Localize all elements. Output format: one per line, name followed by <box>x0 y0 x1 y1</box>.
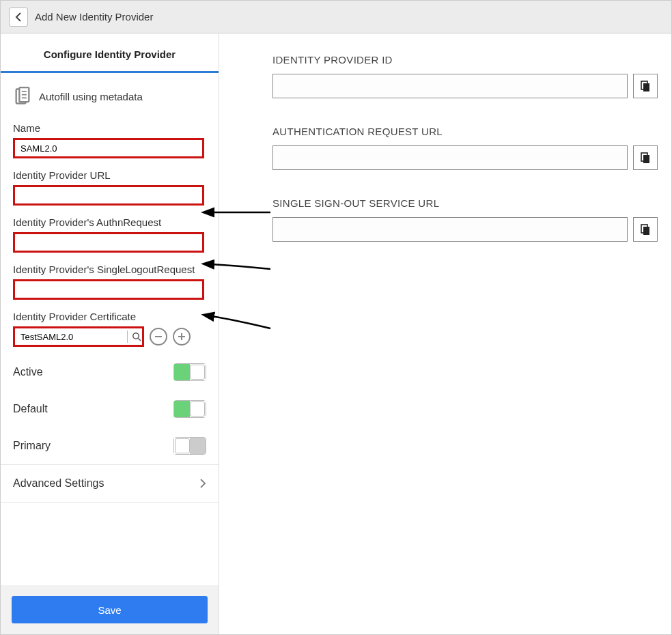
auth-url-input[interactable] <box>272 145 628 170</box>
primary-label: Primary <box>13 440 51 452</box>
cert-input[interactable] <box>13 326 144 347</box>
auth-url-label: AUTHENTICATION REQUEST URL <box>272 126 658 137</box>
cert-label: Identity Provider Certificate <box>13 311 206 322</box>
svg-line-6 <box>139 339 141 341</box>
save-button[interactable]: Save <box>12 596 208 623</box>
copy-idp-id-button[interactable] <box>633 74 658 98</box>
advanced-settings-row[interactable]: Advanced Settings <box>1 464 219 503</box>
default-label: Default <box>13 403 48 415</box>
advanced-settings-label: Advanced Settings <box>13 477 104 490</box>
primary-toggle[interactable] <box>173 437 206 455</box>
authn-label: Identity Provider's AuthnRequest <box>13 216 206 228</box>
idp-id-group: IDENTITY PROVIDER ID <box>272 54 658 98</box>
header: Add New Identity Provider <box>1 1 671 33</box>
svg-rect-15 <box>643 227 649 235</box>
page-root: Add New Identity Provider Configure Iden… <box>0 0 672 635</box>
chevron-left-icon <box>15 12 22 22</box>
autofill-row[interactable]: Autofill using metadata <box>1 73 219 118</box>
copy-auth-url-button[interactable] <box>633 145 658 170</box>
primary-toggle-row: Primary <box>1 427 219 464</box>
right-pane: IDENTITY PROVIDER ID AUTHENTICATION REQU… <box>219 33 671 634</box>
plus-icon <box>177 332 186 341</box>
slo-input[interactable] <box>13 279 204 300</box>
add-cert-button[interactable] <box>173 328 191 345</box>
copy-sso-out-button[interactable] <box>633 217 658 242</box>
form-area: Autofill using metadata Name Identity Pr… <box>1 73 219 585</box>
sso-out-input[interactable] <box>272 217 628 242</box>
idp-id-label: IDENTITY PROVIDER ID <box>272 54 658 66</box>
chevron-right-icon <box>199 478 206 489</box>
active-label: Active <box>13 366 43 378</box>
copy-icon <box>639 223 652 236</box>
active-toggle[interactable] <box>173 363 206 381</box>
slo-label: Identity Provider's SingleLogoutRequest <box>13 264 206 275</box>
idp-url-field-block: Identity Provider URL <box>1 165 219 212</box>
name-field-block: Name <box>1 118 219 165</box>
back-button[interactable] <box>9 8 28 27</box>
name-input[interactable] <box>13 138 204 158</box>
idp-id-input[interactable] <box>272 74 628 98</box>
page-title: Add New Identity Provider <box>35 11 153 23</box>
auth-url-group: AUTHENTICATION REQUEST URL <box>272 126 658 170</box>
sso-out-group: SINGLE SIGN-OUT SERVICE URL <box>272 197 658 242</box>
idp-url-input[interactable] <box>13 185 204 206</box>
default-toggle[interactable] <box>173 400 206 418</box>
main-area: Configure Identity Provider Autofill usi… <box>1 33 671 634</box>
autofill-label: Autofill using metadata <box>39 91 143 102</box>
save-bar: Save <box>1 585 219 634</box>
svg-point-5 <box>133 333 139 339</box>
idp-url-label: Identity Provider URL <box>13 169 206 181</box>
name-label: Name <box>13 122 206 134</box>
svg-rect-13 <box>643 155 649 163</box>
section-tab: Configure Identity Provider <box>1 33 219 73</box>
active-toggle-row: Active <box>1 354 219 391</box>
remove-cert-button[interactable] <box>150 328 167 345</box>
document-icon <box>13 87 32 106</box>
default-toggle-row: Default <box>1 391 219 427</box>
cert-field-block: Identity Provider Certificate <box>1 307 219 354</box>
copy-icon <box>639 80 652 92</box>
authn-field-block: Identity Provider's AuthnRequest <box>1 212 219 259</box>
slo-field-block: Identity Provider's SingleLogoutRequest <box>1 259 219 307</box>
cert-search-button[interactable] <box>127 330 141 343</box>
svg-rect-11 <box>643 83 649 91</box>
sso-out-label: SINGLE SIGN-OUT SERVICE URL <box>272 197 658 209</box>
authn-input[interactable] <box>13 232 204 253</box>
copy-icon <box>639 152 652 164</box>
search-icon <box>132 332 141 341</box>
minus-icon <box>154 332 163 341</box>
left-pane: Configure Identity Provider Autofill usi… <box>1 33 219 634</box>
